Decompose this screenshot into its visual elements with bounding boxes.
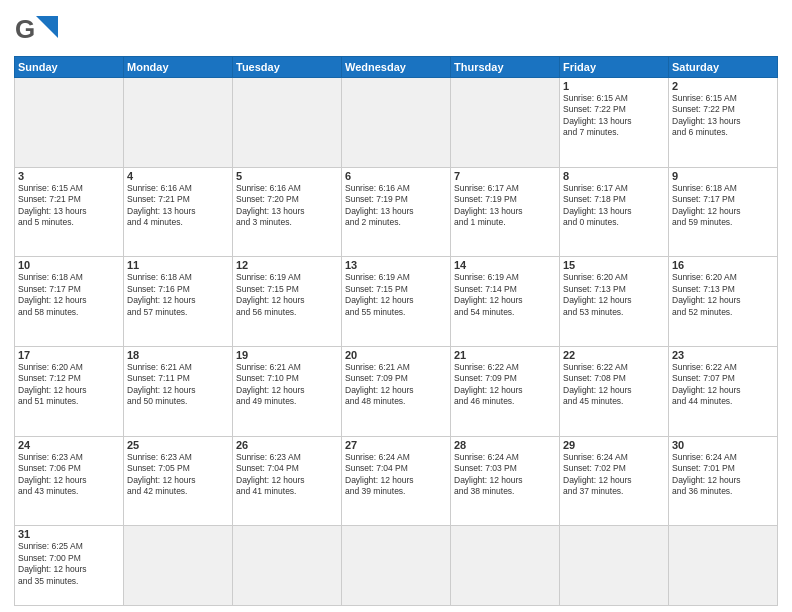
calendar-cell: 18Sunrise: 6:21 AM Sunset: 7:11 PM Dayli… — [124, 347, 233, 437]
calendar-cell: 1Sunrise: 6:15 AM Sunset: 7:22 PM Daylig… — [560, 78, 669, 168]
calendar-cell: 5Sunrise: 6:16 AM Sunset: 7:20 PM Daylig… — [233, 167, 342, 257]
calendar-cell: 8Sunrise: 6:17 AM Sunset: 7:18 PM Daylig… — [560, 167, 669, 257]
header: G — [14, 10, 778, 50]
day-number: 13 — [345, 259, 447, 271]
weekday-header-row: SundayMondayTuesdayWednesdayThursdayFrid… — [15, 57, 778, 78]
day-number: 21 — [454, 349, 556, 361]
weekday-header-friday: Friday — [560, 57, 669, 78]
day-number: 16 — [672, 259, 774, 271]
day-number: 25 — [127, 439, 229, 451]
day-number: 4 — [127, 170, 229, 182]
week-row-1: 1Sunrise: 6:15 AM Sunset: 7:22 PM Daylig… — [15, 78, 778, 168]
day-info: Sunrise: 6:15 AM Sunset: 7:22 PM Dayligh… — [672, 93, 774, 139]
day-info: Sunrise: 6:24 AM Sunset: 7:03 PM Dayligh… — [454, 452, 556, 498]
day-number: 20 — [345, 349, 447, 361]
day-info: Sunrise: 6:18 AM Sunset: 7:17 PM Dayligh… — [672, 183, 774, 229]
day-number: 10 — [18, 259, 120, 271]
day-number: 23 — [672, 349, 774, 361]
calendar-cell: 26Sunrise: 6:23 AM Sunset: 7:04 PM Dayli… — [233, 436, 342, 526]
calendar-cell: 29Sunrise: 6:24 AM Sunset: 7:02 PM Dayli… — [560, 436, 669, 526]
day-number: 6 — [345, 170, 447, 182]
day-info: Sunrise: 6:18 AM Sunset: 7:17 PM Dayligh… — [18, 272, 120, 318]
calendar-cell: 24Sunrise: 6:23 AM Sunset: 7:06 PM Dayli… — [15, 436, 124, 526]
week-row-2: 3Sunrise: 6:15 AM Sunset: 7:21 PM Daylig… — [15, 167, 778, 257]
day-number: 7 — [454, 170, 556, 182]
calendar-cell — [669, 526, 778, 606]
day-number: 11 — [127, 259, 229, 271]
day-number: 14 — [454, 259, 556, 271]
day-info: Sunrise: 6:20 AM Sunset: 7:13 PM Dayligh… — [563, 272, 665, 318]
weekday-header-monday: Monday — [124, 57, 233, 78]
weekday-header-sunday: Sunday — [15, 57, 124, 78]
day-number: 27 — [345, 439, 447, 451]
calendar-cell: 4Sunrise: 6:16 AM Sunset: 7:21 PM Daylig… — [124, 167, 233, 257]
day-info: Sunrise: 6:20 AM Sunset: 7:12 PM Dayligh… — [18, 362, 120, 408]
day-number: 12 — [236, 259, 338, 271]
day-number: 3 — [18, 170, 120, 182]
weekday-header-wednesday: Wednesday — [342, 57, 451, 78]
day-number: 31 — [18, 528, 120, 540]
day-info: Sunrise: 6:24 AM Sunset: 7:02 PM Dayligh… — [563, 452, 665, 498]
calendar-cell — [233, 526, 342, 606]
page: G SundayMondayTuesdayWednesdayThursdayFr… — [0, 0, 792, 612]
day-number: 1 — [563, 80, 665, 92]
day-info: Sunrise: 6:24 AM Sunset: 7:04 PM Dayligh… — [345, 452, 447, 498]
day-info: Sunrise: 6:23 AM Sunset: 7:06 PM Dayligh… — [18, 452, 120, 498]
day-info: Sunrise: 6:24 AM Sunset: 7:01 PM Dayligh… — [672, 452, 774, 498]
calendar-cell — [342, 526, 451, 606]
calendar-cell: 7Sunrise: 6:17 AM Sunset: 7:19 PM Daylig… — [451, 167, 560, 257]
calendar-cell: 2Sunrise: 6:15 AM Sunset: 7:22 PM Daylig… — [669, 78, 778, 168]
calendar-cell: 23Sunrise: 6:22 AM Sunset: 7:07 PM Dayli… — [669, 347, 778, 437]
day-info: Sunrise: 6:16 AM Sunset: 7:19 PM Dayligh… — [345, 183, 447, 229]
day-number: 15 — [563, 259, 665, 271]
day-number: 19 — [236, 349, 338, 361]
weekday-header-saturday: Saturday — [669, 57, 778, 78]
week-row-3: 10Sunrise: 6:18 AM Sunset: 7:17 PM Dayli… — [15, 257, 778, 347]
day-info: Sunrise: 6:22 AM Sunset: 7:08 PM Dayligh… — [563, 362, 665, 408]
day-info: Sunrise: 6:23 AM Sunset: 7:05 PM Dayligh… — [127, 452, 229, 498]
day-info: Sunrise: 6:25 AM Sunset: 7:00 PM Dayligh… — [18, 541, 120, 587]
day-number: 18 — [127, 349, 229, 361]
day-info: Sunrise: 6:22 AM Sunset: 7:07 PM Dayligh… — [672, 362, 774, 408]
calendar-cell: 3Sunrise: 6:15 AM Sunset: 7:21 PM Daylig… — [15, 167, 124, 257]
calendar-cell: 11Sunrise: 6:18 AM Sunset: 7:16 PM Dayli… — [124, 257, 233, 347]
calendar-cell — [233, 78, 342, 168]
day-number: 30 — [672, 439, 774, 451]
calendar-cell: 21Sunrise: 6:22 AM Sunset: 7:09 PM Dayli… — [451, 347, 560, 437]
day-number: 17 — [18, 349, 120, 361]
calendar-cell: 17Sunrise: 6:20 AM Sunset: 7:12 PM Dayli… — [15, 347, 124, 437]
day-info: Sunrise: 6:20 AM Sunset: 7:13 PM Dayligh… — [672, 272, 774, 318]
day-info: Sunrise: 6:18 AM Sunset: 7:16 PM Dayligh… — [127, 272, 229, 318]
calendar-cell: 31Sunrise: 6:25 AM Sunset: 7:00 PM Dayli… — [15, 526, 124, 606]
day-info: Sunrise: 6:19 AM Sunset: 7:15 PM Dayligh… — [236, 272, 338, 318]
calendar-cell: 9Sunrise: 6:18 AM Sunset: 7:17 PM Daylig… — [669, 167, 778, 257]
calendar-cell — [342, 78, 451, 168]
calendar-cell: 13Sunrise: 6:19 AM Sunset: 7:15 PM Dayli… — [342, 257, 451, 347]
day-info: Sunrise: 6:15 AM Sunset: 7:21 PM Dayligh… — [18, 183, 120, 229]
svg-text:G: G — [15, 14, 35, 44]
day-info: Sunrise: 6:15 AM Sunset: 7:22 PM Dayligh… — [563, 93, 665, 139]
day-info: Sunrise: 6:17 AM Sunset: 7:18 PM Dayligh… — [563, 183, 665, 229]
calendar-cell: 10Sunrise: 6:18 AM Sunset: 7:17 PM Dayli… — [15, 257, 124, 347]
calendar-cell — [124, 78, 233, 168]
day-info: Sunrise: 6:21 AM Sunset: 7:11 PM Dayligh… — [127, 362, 229, 408]
weekday-header-thursday: Thursday — [451, 57, 560, 78]
day-info: Sunrise: 6:16 AM Sunset: 7:21 PM Dayligh… — [127, 183, 229, 229]
day-number: 22 — [563, 349, 665, 361]
calendar-cell: 19Sunrise: 6:21 AM Sunset: 7:10 PM Dayli… — [233, 347, 342, 437]
calendar-cell: 6Sunrise: 6:16 AM Sunset: 7:19 PM Daylig… — [342, 167, 451, 257]
calendar-cell: 22Sunrise: 6:22 AM Sunset: 7:08 PM Dayli… — [560, 347, 669, 437]
day-info: Sunrise: 6:17 AM Sunset: 7:19 PM Dayligh… — [454, 183, 556, 229]
day-number: 29 — [563, 439, 665, 451]
day-info: Sunrise: 6:19 AM Sunset: 7:14 PM Dayligh… — [454, 272, 556, 318]
day-info: Sunrise: 6:16 AM Sunset: 7:20 PM Dayligh… — [236, 183, 338, 229]
calendar-cell — [560, 526, 669, 606]
day-number: 28 — [454, 439, 556, 451]
calendar-cell — [124, 526, 233, 606]
calendar-cell: 28Sunrise: 6:24 AM Sunset: 7:03 PM Dayli… — [451, 436, 560, 526]
calendar-cell — [15, 78, 124, 168]
calendar-cell: 16Sunrise: 6:20 AM Sunset: 7:13 PM Dayli… — [669, 257, 778, 347]
calendar-cell: 15Sunrise: 6:20 AM Sunset: 7:13 PM Dayli… — [560, 257, 669, 347]
logo-icon: G — [14, 10, 58, 50]
day-number: 26 — [236, 439, 338, 451]
